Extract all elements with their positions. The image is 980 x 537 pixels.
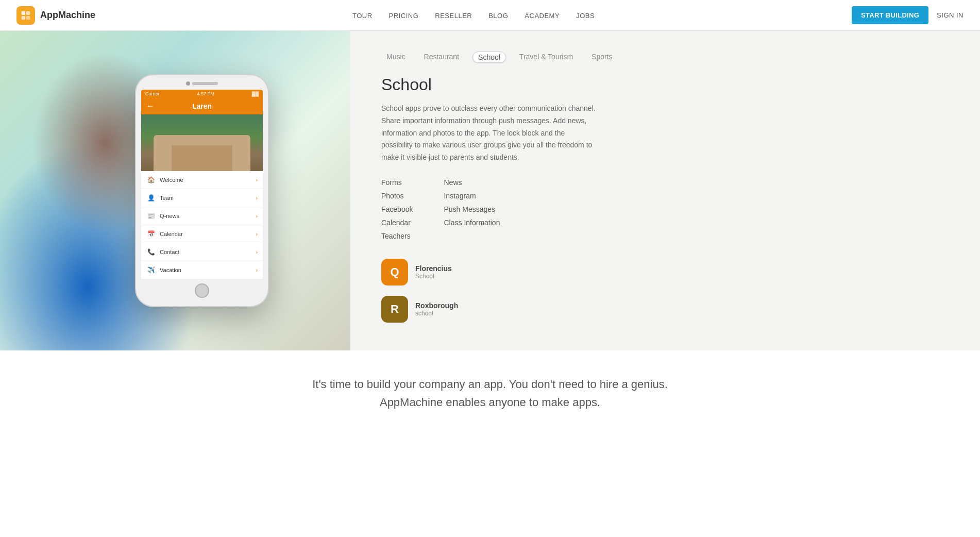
phone-menu-icon: 👤 [146, 193, 156, 203]
category-tab-restaurant[interactable]: Restaurant [419, 52, 464, 63]
app-example: R Roxborough school [381, 296, 949, 323]
app-name: Florencius [415, 264, 452, 273]
app-example: Q Florencius School [381, 259, 949, 286]
phone-menu-label: Q-news [160, 213, 179, 219]
app-examples: Q Florencius School R Roxborough school [381, 259, 949, 323]
phone-menu-arrow: › [256, 231, 258, 237]
phone-menu-arrow: › [256, 249, 258, 255]
category-tab-sports[interactable]: Sports [586, 52, 617, 63]
phone-menu-arrow: › [256, 195, 258, 201]
app-info: Roxborough school [415, 301, 458, 317]
phone-time: 4:57 PM [197, 91, 214, 96]
feature-item: Teachers [381, 232, 413, 240]
app-type: School [415, 273, 452, 280]
nav-link-pricing[interactable]: PRICING [389, 12, 419, 20]
main-nav: TOURPRICINGRESELLERBLOGACADEMYJOBS [352, 11, 595, 20]
phone-carrier: Carrier [145, 91, 160, 96]
phone-home-button[interactable] [195, 283, 209, 298]
bottom-line1: It's time to build your company an app. … [16, 375, 964, 393]
features-col2: NewsInstagramPush MessagesClass Informat… [444, 178, 500, 240]
app-name: Roxborough [415, 301, 458, 310]
phone-menu-item[interactable]: 📞 Contact › [141, 243, 263, 261]
svg-rect-2 [22, 15, 25, 19]
phone-app-name: Laren [192, 102, 212, 110]
bottom-section: It's time to build your company an app. … [0, 350, 980, 436]
phone-menu-label: Vacation [160, 267, 181, 273]
phone-menu-label: Contact [160, 249, 179, 255]
phone-hero-image [141, 114, 263, 171]
hero-left: Carrier 4:57 PM ▓▓ ← Laren 🏠 Welcome › 👤… [0, 31, 350, 350]
phone-menu-label: Welcome [160, 177, 183, 183]
category-tab-music[interactable]: Music [381, 52, 411, 63]
header-actions: START BUILDING SIGN IN [852, 6, 964, 24]
feature-item: News [444, 178, 500, 187]
feature-item: Photos [381, 192, 413, 200]
app-icon: R [381, 296, 408, 323]
phone-menu: 🏠 Welcome › 👤 Team › 📰 Q-news › 📅 Calend… [141, 171, 263, 279]
phone-menu-icon: 📰 [146, 211, 156, 221]
nav-link-academy[interactable]: ACADEMY [525, 12, 560, 20]
app-info: Florencius School [415, 264, 452, 280]
phone-menu-icon: 📞 [146, 247, 156, 257]
app-icon: Q [381, 259, 408, 286]
bottom-line2: AppMachine enables anyone to make apps. [16, 393, 964, 411]
phone-back-arrow: ← [146, 102, 155, 111]
phone-bottom [141, 279, 263, 300]
phone-menu-arrow: › [256, 213, 258, 219]
start-building-button[interactable]: START BUILDING [852, 6, 928, 24]
svg-rect-1 [26, 11, 30, 14]
app-type: school [415, 310, 458, 317]
feature-item: Calendar [381, 219, 413, 227]
phone-mockup: Carrier 4:57 PM ▓▓ ← Laren 🏠 Welcome › 👤… [135, 74, 269, 307]
phone-menu-icon: 🏠 [146, 175, 156, 184]
feature-item: Forms [381, 178, 413, 187]
phone-menu-label: Team [160, 195, 174, 201]
nav-link-jobs[interactable]: JOBS [576, 12, 595, 20]
phone-speaker [192, 82, 218, 85]
phone-menu-item[interactable]: 📰 Q-news › [141, 207, 263, 225]
features-grid: FormsPhotosFacebookCalendarTeachers News… [381, 178, 949, 240]
phone-menu-item[interactable]: 🏠 Welcome › [141, 171, 263, 189]
feature-item: Push Messages [444, 205, 500, 213]
logo-text: AppMachine [40, 10, 95, 21]
category-tab-school[interactable]: School [472, 52, 506, 63]
phone-menu-arrow: › [256, 177, 258, 183]
phone-menu-icon: ✈️ [146, 265, 156, 275]
hero-right: MusicRestaurantSchoolTravel & TourismSpo… [350, 31, 980, 350]
hero-background: Carrier 4:57 PM ▓▓ ← Laren 🏠 Welcome › 👤… [0, 31, 350, 350]
nav-link-tour[interactable]: TOUR [352, 12, 373, 20]
phone-menu-label: Calendar [160, 231, 183, 237]
logo-area: AppMachine [16, 6, 95, 25]
phone-menu-item[interactable]: ✈️ Vacation › [141, 261, 263, 279]
feature-item: Facebook [381, 205, 413, 213]
nav-link-reseller[interactable]: RESELLER [435, 12, 472, 20]
nav-link-blog[interactable]: BLOG [488, 12, 508, 20]
section-title: School [381, 75, 949, 94]
svg-rect-0 [22, 11, 25, 14]
category-tab-travel-&-tourism[interactable]: Travel & Tourism [514, 52, 578, 63]
features-col1: FormsPhotosFacebookCalendarTeachers [381, 178, 413, 240]
phone-menu-item[interactable]: 📅 Calendar › [141, 225, 263, 243]
phone-screen: Carrier 4:57 PM ▓▓ ← Laren 🏠 Welcome › 👤… [141, 90, 263, 279]
category-tabs: MusicRestaurantSchoolTravel & TourismSpo… [381, 52, 949, 63]
header: AppMachine TOURPRICINGRESELLERBLOGACADEM… [0, 0, 980, 31]
sign-in-button[interactable]: SIGN IN [937, 11, 964, 19]
phone-battery: ▓▓ [252, 91, 259, 96]
svg-rect-3 [26, 15, 30, 19]
phone-status-bar: Carrier 4:57 PM ▓▓ [141, 90, 263, 98]
feature-item: Instagram [444, 192, 500, 200]
section-description: School apps prove to outclass every othe… [381, 103, 598, 164]
feature-item: Class Information [444, 219, 500, 227]
phone-app-header: ← Laren [141, 98, 263, 114]
phone-menu-icon: 📅 [146, 229, 156, 239]
logo-icon [16, 6, 35, 25]
phone-camera [186, 81, 190, 86]
phone-menu-item[interactable]: 👤 Team › [141, 189, 263, 207]
hero-section: Carrier 4:57 PM ▓▓ ← Laren 🏠 Welcome › 👤… [0, 31, 980, 350]
phone-menu-arrow: › [256, 267, 258, 273]
